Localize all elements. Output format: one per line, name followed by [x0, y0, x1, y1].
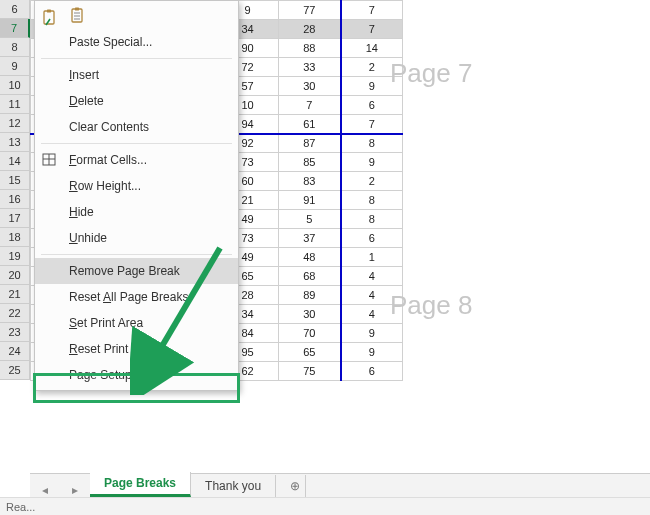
row-header[interactable]: 12: [0, 114, 30, 133]
menu-reset-all-page-breaks[interactable]: Reset All Page Breaks: [35, 284, 238, 310]
menu-paste-special[interactable]: Paste Special...: [35, 29, 238, 55]
row-header[interactable]: 25: [0, 361, 30, 380]
cell[interactable]: 30: [279, 77, 341, 96]
cell[interactable]: 83: [279, 172, 341, 191]
cell[interactable]: 9: [341, 77, 403, 96]
svg-rect-0: [44, 11, 54, 24]
tab-nav[interactable]: ◂ ▸: [30, 483, 90, 497]
format-cells-icon: [41, 151, 59, 169]
cell[interactable]: 65: [279, 343, 341, 362]
cell[interactable]: 33: [279, 58, 341, 77]
menu-label: Insert: [69, 68, 99, 82]
row-header[interactable]: 11: [0, 95, 30, 114]
cell[interactable]: 4: [341, 286, 403, 305]
menu-separator: [41, 58, 232, 59]
cell[interactable]: 14: [341, 39, 403, 58]
cell[interactable]: 88: [279, 39, 341, 58]
cell[interactable]: 8: [341, 191, 403, 210]
row-header[interactable]: 16: [0, 190, 30, 209]
cell[interactable]: 9: [341, 153, 403, 172]
row-header[interactable]: 8: [0, 38, 30, 57]
menu-label: Clear Contents: [69, 120, 149, 134]
cell[interactable]: 89: [279, 286, 341, 305]
row-header[interactable]: 6: [0, 0, 30, 19]
menu-insert[interactable]: Insert: [35, 62, 238, 88]
row-context-menu: Paste Special... Insert Delete Clear Con…: [34, 0, 239, 391]
menu-format-cells[interactable]: Format Cells...: [35, 147, 238, 173]
cell[interactable]: 61: [279, 115, 341, 134]
cell[interactable]: 4: [341, 305, 403, 324]
tab-thank-you[interactable]: Thank you: [191, 475, 276, 497]
cell[interactable]: 8: [341, 210, 403, 229]
cell[interactable]: 7: [341, 115, 403, 134]
menu-reset-print-area[interactable]: Reset Print Area: [35, 336, 238, 362]
row-header[interactable]: 13: [0, 133, 30, 152]
cell[interactable]: 5: [279, 210, 341, 229]
cell[interactable]: 9: [341, 343, 403, 362]
menu-page-setup[interactable]: Page Setup...: [35, 362, 238, 388]
tab-page-breaks[interactable]: Page Breaks: [90, 472, 191, 497]
row-header[interactable]: 9: [0, 57, 30, 76]
menu-label: Reset Print Area: [69, 342, 156, 356]
status-bar: Rea...: [0, 497, 650, 515]
clipboard-brush-icon[interactable]: [41, 9, 59, 27]
cell[interactable]: 6: [341, 96, 403, 115]
menu-paste-icons: [35, 3, 238, 29]
tab-add[interactable]: ⊕: [276, 475, 306, 497]
menu-label: Row Height...: [69, 179, 141, 193]
menu-set-print-area[interactable]: Set Print Area: [35, 310, 238, 336]
row-header[interactable]: 21: [0, 285, 30, 304]
row-header[interactable]: 10: [0, 76, 30, 95]
cell[interactable]: 91: [279, 191, 341, 210]
row-header[interactable]: 7: [0, 19, 30, 38]
tab-next-icon[interactable]: ▸: [72, 483, 78, 497]
row-header[interactable]: 24: [0, 342, 30, 361]
cell[interactable]: 87: [279, 134, 341, 153]
cell[interactable]: 37: [279, 229, 341, 248]
cell[interactable]: 48: [279, 248, 341, 267]
cell[interactable]: 75: [279, 362, 341, 381]
cell[interactable]: 7: [279, 96, 341, 115]
row-header[interactable]: 15: [0, 171, 30, 190]
row-header[interactable]: 14: [0, 152, 30, 171]
cell[interactable]: 2: [341, 172, 403, 191]
cell[interactable]: 28: [279, 20, 341, 39]
menu-clear-contents[interactable]: Clear Contents: [35, 114, 238, 140]
clipboard-icon[interactable]: [69, 7, 87, 25]
menu-row-height[interactable]: Row Height...: [35, 173, 238, 199]
menu-label: Hide: [69, 205, 94, 219]
row-header[interactable]: 20: [0, 266, 30, 285]
cell[interactable]: 77: [279, 1, 341, 20]
menu-hide[interactable]: Hide: [35, 199, 238, 225]
cell[interactable]: 7: [341, 1, 403, 20]
row-header[interactable]: 23: [0, 323, 30, 342]
cell[interactable]: 7: [341, 20, 403, 39]
cell[interactable]: 4: [341, 267, 403, 286]
svg-rect-3: [75, 8, 79, 11]
menu-label: Unhide: [69, 231, 107, 245]
cell[interactable]: 68: [279, 267, 341, 286]
menu-label: Set Print Area: [69, 316, 143, 330]
menu-delete[interactable]: Delete: [35, 88, 238, 114]
menu-label: Reset All Page Breaks: [69, 290, 188, 304]
cell[interactable]: 30: [279, 305, 341, 324]
row-header[interactable]: 18: [0, 228, 30, 247]
sheet-tab-bar: ◂ ▸ Page Breaks Thank you ⊕: [30, 473, 650, 497]
menu-label: Page Setup...: [69, 368, 142, 382]
cell[interactable]: 2: [341, 58, 403, 77]
cell[interactable]: 70: [279, 324, 341, 343]
cell[interactable]: 6: [341, 229, 403, 248]
menu-unhide[interactable]: Unhide: [35, 225, 238, 251]
row-headers: 678910111213141516171819202122232425: [0, 0, 30, 380]
cell[interactable]: 9: [341, 324, 403, 343]
row-header[interactable]: 22: [0, 304, 30, 323]
row-header[interactable]: 17: [0, 209, 30, 228]
menu-label: Delete: [69, 94, 104, 108]
tab-prev-icon[interactable]: ◂: [42, 483, 48, 497]
row-header[interactable]: 19: [0, 247, 30, 266]
cell[interactable]: 1: [341, 248, 403, 267]
menu-remove-page-break[interactable]: Remove Page Break: [35, 258, 238, 284]
cell[interactable]: 85: [279, 153, 341, 172]
cell[interactable]: 6: [341, 362, 403, 381]
cell[interactable]: 8: [341, 134, 403, 153]
